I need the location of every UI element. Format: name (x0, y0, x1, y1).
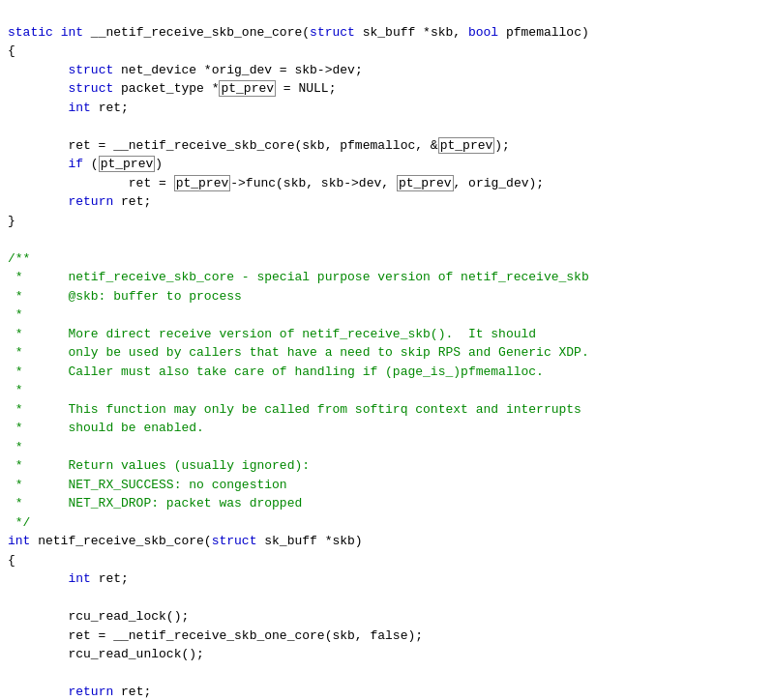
code-viewer: static int __netif_receive_skb_one_core(… (8, 4, 767, 700)
line-1: static int __netif_receive_skb_one_core(… (8, 25, 589, 701)
